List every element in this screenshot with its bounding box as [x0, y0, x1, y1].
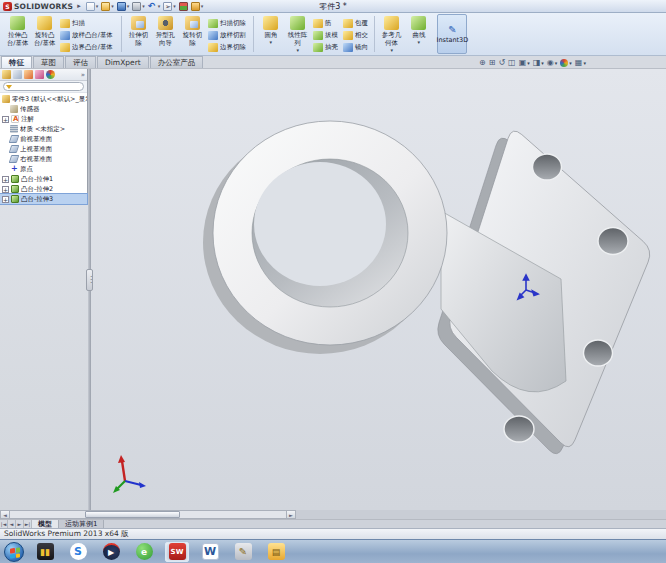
taskbar-app-green-browser[interactable]: e [132, 542, 156, 562]
tree-item-boss-extrude1[interactable]: + 凸台-拉伸1 [0, 174, 87, 184]
fillet-button[interactable]: 圆角 ▾ [257, 14, 284, 54]
dimxpertmanager-icon[interactable] [35, 70, 44, 79]
prev-tab-icon[interactable]: ◄ [8, 520, 16, 528]
tree-item-sensors[interactable]: 传感器 [0, 104, 87, 114]
boundary-boss-button[interactable]: 边界凸台/基体 [58, 41, 118, 53]
linear-pattern-button[interactable]: 线性阵列 ▾ [284, 14, 311, 54]
draft-button[interactable]: 拔模 [311, 29, 341, 41]
mirror-button[interactable]: 镜向 [341, 41, 371, 53]
tab-evaluate[interactable]: 评估 [65, 56, 96, 68]
menu-expander-icon[interactable]: ▸ [77, 2, 81, 10]
horizontal-scrollbar[interactable]: ◄ ► [0, 510, 296, 519]
tree-item-boss-extrude3[interactable]: + 凸台-拉伸3 [0, 194, 87, 204]
zoom-to-fit-icon: ⊕ [479, 58, 486, 68]
tab-dimxpert[interactable]: DimXpert [97, 56, 149, 68]
next-tab-icon[interactable]: ► [16, 520, 24, 528]
open-button[interactable]: ▾ [100, 1, 115, 12]
tree-root-part[interactable]: 零件3 (默认<<默认>_显示状态 [0, 94, 87, 104]
tree-item-material[interactable]: 材质 <未指定> [0, 124, 87, 134]
taskbar-app-solidworks[interactable]: SW [165, 542, 189, 562]
scrollbar-thumb[interactable] [85, 511, 180, 518]
chevron-down-icon[interactable]: ▾ [270, 39, 273, 45]
tree-item-front-plane[interactable]: 前视基准面 [0, 134, 87, 144]
shell-button[interactable]: 抽壳 [311, 41, 341, 53]
configurationmanager-icon[interactable] [24, 70, 33, 79]
mirror-icon [343, 43, 353, 52]
expand-toggle-icon[interactable]: + [2, 186, 9, 193]
featuremanager-tree-icon[interactable] [2, 70, 11, 79]
tab-sketch[interactable]: 草图 [33, 56, 64, 68]
rib-button[interactable]: 筋 [311, 17, 341, 29]
taskbar-app-word[interactable]: W [198, 542, 222, 562]
apply-scene-button[interactable]: ▦▾ [574, 58, 587, 68]
previous-view-button[interactable]: ↺ [497, 58, 506, 68]
taskbar-app-files[interactable]: ▤ [264, 542, 288, 562]
instant3d-toggle[interactable]: ✎ Instant3D [437, 14, 467, 54]
edit-appearance-button[interactable]: ▾ [559, 58, 573, 68]
print-button[interactable]: ▾ [131, 1, 146, 12]
revolved-boss-button[interactable]: 旋转凸台/基体 [31, 14, 58, 54]
swept-boss-button[interactable]: 扫描 [58, 17, 118, 29]
tab-motion-study[interactable]: 运动算例1 [59, 520, 104, 528]
hole-wizard-button[interactable]: 异型孔向导 [152, 14, 179, 54]
new-document-button[interactable]: ▾ [85, 1, 100, 12]
model-3d-view[interactable] [89, 69, 666, 510]
tree-item-top-plane[interactable]: 上视基准面 [0, 144, 87, 154]
save-button[interactable]: ▾ [116, 1, 131, 12]
lofted-boss-button[interactable]: 放样凸台/基体 [58, 29, 118, 41]
chevron-down-icon[interactable]: ▾ [418, 39, 421, 45]
expand-toggle-icon[interactable]: + [2, 116, 9, 123]
extruded-boss-button[interactable]: 拉伸凸台/基体 [4, 14, 31, 54]
tab-model[interactable]: 模型 [32, 520, 59, 528]
zoom-to-fit-button[interactable]: ⊕ [478, 58, 487, 68]
boundary-cut-button[interactable]: 边界切除 [206, 41, 250, 53]
command-manager-ribbon: 拉伸凸台/基体 旋转凸台/基体 扫描 放样凸台/基体 边界凸台/基体 拉伸切除 … [0, 13, 666, 56]
taskbar-app-player[interactable]: ▶ [99, 542, 123, 562]
reference-geometry-button[interactable]: 参考几何体 ▾ [378, 14, 405, 54]
graphics-area[interactable]: » 零件3 (默认<<默认>_显示状态 传感器 + 注解 材质 <未指定> [0, 69, 666, 510]
chevron-down-icon[interactable]: ▾ [297, 47, 300, 53]
extruded-cut-button[interactable]: 拉伸切除 [125, 14, 152, 54]
rebuild-button[interactable] [178, 1, 189, 12]
tab-features[interactable]: 特征 [1, 56, 32, 68]
tree-filter-input[interactable] [3, 82, 84, 91]
scroll-left-icon[interactable]: ◄ [1, 511, 10, 518]
lofted-cut-button[interactable]: 放样切割 [206, 29, 250, 41]
displaymanager-icon[interactable] [46, 70, 55, 79]
scroll-right-icon[interactable]: ► [286, 511, 295, 518]
curves-button[interactable]: 曲线 ▾ [405, 14, 432, 54]
panel-overflow-chevron-icon[interactable]: » [81, 71, 85, 79]
hide-show-items-icon: ◉ [547, 58, 554, 68]
horizontal-scroll-strip: ◄ ► [0, 510, 666, 519]
view-orientation-button[interactable]: ▣▾ [518, 58, 531, 68]
quick-access-toolbar: ▾ ▾ ▾ ▾ ↶▾ ➢▾ ▾ [85, 1, 205, 12]
propertymanager-icon[interactable] [13, 70, 22, 79]
expand-toggle-icon[interactable]: + [2, 196, 9, 203]
options-button[interactable]: ▾ [190, 1, 205, 12]
select-button[interactable]: ➢▾ [162, 1, 177, 12]
tree-item-origin[interactable]: 原点 [0, 164, 87, 174]
chevron-down-icon[interactable]: ▾ [391, 47, 394, 53]
expand-toggle-icon[interactable]: + [2, 176, 9, 183]
start-button[interactable] [4, 542, 24, 562]
tree-item-annotations[interactable]: + 注解 [0, 114, 87, 124]
revolved-cut-button[interactable]: 旋转切除 [179, 14, 206, 54]
first-tab-icon[interactable]: |◄ [0, 520, 8, 528]
zoom-to-area-button[interactable]: ⊞ [488, 58, 497, 68]
hide-show-items-button[interactable]: ◉▾ [546, 58, 559, 68]
wrap-button[interactable]: 包覆 [341, 17, 371, 29]
last-tab-icon[interactable]: ►| [24, 520, 32, 528]
tab-office-products[interactable]: 办公室产品 [150, 56, 204, 68]
panel-splitter[interactable] [88, 69, 91, 510]
intersect-button[interactable]: 相交 [341, 29, 371, 41]
display-style-button[interactable]: ◨▾ [532, 58, 545, 68]
taskbar-app-s-browser[interactable]: S [66, 542, 90, 562]
taskbar-app-tools[interactable]: ✎ [231, 542, 255, 562]
swept-cut-button[interactable]: 扫描切除 [206, 17, 250, 29]
splitter-grip[interactable] [86, 269, 93, 291]
undo-button[interactable]: ↶▾ [147, 1, 162, 12]
tree-item-boss-extrude2[interactable]: + 凸台-拉伸2 [0, 184, 87, 194]
tree-item-right-plane[interactable]: 右视基准面 [0, 154, 87, 164]
taskbar-app-media[interactable]: ▮▮ [33, 542, 57, 562]
section-view-button[interactable]: ◫ [507, 58, 517, 68]
